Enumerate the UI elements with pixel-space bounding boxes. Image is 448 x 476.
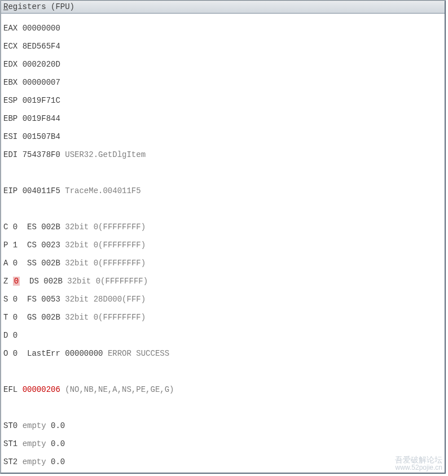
flag-o: O 0 LastErr 00000000 ERROR SUCCESS bbox=[3, 349, 442, 358]
flag-s: S 0 FS 0053 32bit 28D000(FFF) bbox=[3, 295, 442, 304]
flag-d: D 0 bbox=[3, 331, 442, 340]
reg-esp: ESP 0019F71C bbox=[3, 96, 442, 105]
reg-edx: EDX 0002020D bbox=[3, 60, 442, 69]
flag-z: Z 0 DS 002B 32bit 0(FFFFFFFF) bbox=[3, 277, 442, 286]
flag-p: P 1 CS 0023 32bit 0(FFFFFFFF) bbox=[3, 241, 442, 250]
reg-eax: EAX 00000000 bbox=[3, 24, 442, 33]
register-body: EAX 00000000 ECX 8ED565F4 EDX 0002020D E… bbox=[1, 14, 445, 476]
reg-st1: ST1 empty 0.0 bbox=[3, 439, 442, 448]
flag-t: T 0 GS 002B 32bit 0(FFFFFFFF) bbox=[3, 313, 442, 322]
reg-ebp: EBP 0019F844 bbox=[3, 114, 442, 123]
reg-st2: ST2 empty 0.0 bbox=[3, 457, 442, 466]
reg-esi: ESI 001507B4 bbox=[3, 132, 442, 141]
reg-st0: ST0 empty 0.0 bbox=[3, 421, 442, 430]
reg-eip: EIP 004011F5 TraceMe.004011F5 bbox=[3, 186, 442, 195]
panel-title-bar: Registers (FPU) bbox=[1, 1, 445, 14]
reg-efl: EFL 00000206 (NO,NB,NE,A,NS,PE,GE,G) bbox=[3, 385, 442, 394]
flag-c: C 0 ES 002B 32bit 0(FFFFFFFF) bbox=[3, 222, 442, 232]
reg-ebx: EBX 00000007 bbox=[3, 78, 442, 87]
reg-ecx: ECX 8ED565F4 bbox=[3, 42, 442, 51]
registers-panel: Registers (FPU) EAX 00000000 ECX 8ED565F… bbox=[0, 0, 446, 474]
flag-a: A 0 SS 002B 32bit 0(FFFFFFFF) bbox=[3, 259, 442, 268]
watermark: 吾爱破解论坛 www.52pojie.cn bbox=[395, 456, 442, 471]
reg-edi: EDI 754378F0 USER32.GetDlgItem bbox=[3, 150, 442, 159]
